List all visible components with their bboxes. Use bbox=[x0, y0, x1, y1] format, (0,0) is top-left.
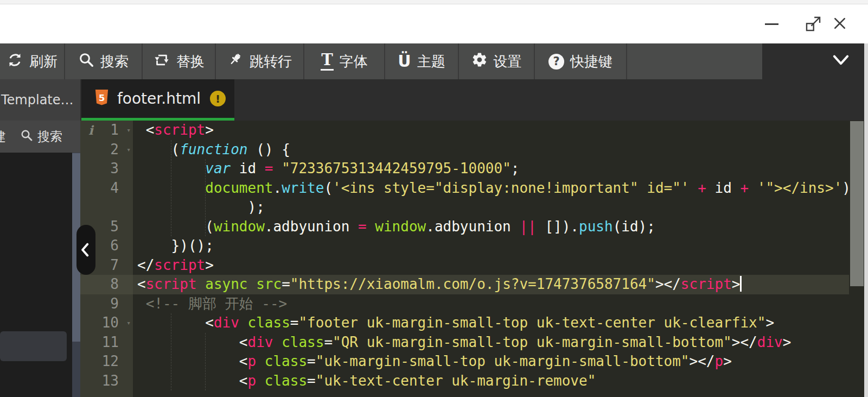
code-editor[interactable]: 1i▾ <script>2▾ (function () {3 var id = … bbox=[80, 121, 868, 397]
code-line-6: 6 })(); bbox=[80, 236, 849, 256]
shortcuts-button[interactable]: ? 快捷键 bbox=[535, 43, 627, 79]
template-label: Template… bbox=[1, 92, 74, 108]
tab-title: footer.html bbox=[117, 90, 201, 108]
code-text[interactable]: <script async src="https://xiaomalm.com/… bbox=[133, 275, 849, 294]
code-text[interactable]: <div class="QR uk-margin-small-top uk-ma… bbox=[133, 333, 849, 352]
code-text[interactable]: })(); bbox=[133, 236, 849, 256]
fold-arrow-icon[interactable]: ▾ bbox=[126, 313, 131, 333]
indent-guide bbox=[171, 140, 171, 237]
goto-line-button[interactable]: 跳转行 bbox=[216, 43, 304, 79]
code-line-5: 5 (window.adbyunion = window.adbyunion |… bbox=[80, 217, 849, 237]
close-icon[interactable] bbox=[832, 15, 848, 34]
font-button[interactable]: T 字体 bbox=[304, 43, 385, 79]
gear-icon bbox=[471, 52, 488, 71]
code-line-9: 9 <!-- 脚部 开始 --> bbox=[80, 294, 849, 314]
code-line-4: 4 document.write('<ins style="display:no… bbox=[80, 179, 849, 198]
code-text[interactable]: document.write('<ins style="display:none… bbox=[133, 179, 849, 198]
code-rows: 1i▾ <script>2▾ (function () {3 var id = … bbox=[80, 121, 849, 390]
lint-info-icon: i bbox=[88, 121, 93, 140]
refresh-icon bbox=[7, 52, 23, 72]
line-number: 9 bbox=[80, 294, 133, 314]
file-tree-panel[interactable] bbox=[0, 153, 72, 397]
editor-scrollbar-thumb[interactable] bbox=[850, 121, 864, 286]
replace-label: 替换 bbox=[176, 52, 205, 71]
code-line-12: 12 <p class="uk-margin-small-top uk-marg… bbox=[80, 352, 849, 371]
editor-toolbar: 刷新 搜索 替换 bbox=[0, 43, 868, 79]
svg-text:5: 5 bbox=[99, 93, 105, 103]
search-button[interactable]: 搜索 bbox=[65, 43, 143, 79]
code-line-13: 13 <p class="uk-text-center uk-margin-re… bbox=[80, 371, 849, 391]
sidebar-new-button[interactable]: 建 bbox=[0, 128, 6, 145]
sidebar-header-template[interactable]: Template… bbox=[0, 79, 80, 121]
code-text[interactable]: ); bbox=[133, 198, 849, 217]
fold-arrow-icon[interactable]: ▾ bbox=[126, 140, 131, 160]
settings-button[interactable]: 设置 bbox=[459, 43, 535, 79]
line-number: 1i▾ bbox=[80, 121, 133, 140]
code-line-8: 8<script async src="https://xiaomalm.com… bbox=[80, 275, 849, 294]
chevron-down-icon bbox=[832, 54, 850, 68]
code-text[interactable]: <p class="uk-text-center uk-margin-remov… bbox=[133, 371, 849, 391]
warning-icon: ! bbox=[210, 91, 226, 106]
line-number: 10▾ bbox=[80, 313, 133, 333]
line-number: 2▾ bbox=[80, 140, 133, 160]
goto-line-label: 跳转行 bbox=[250, 52, 292, 71]
sidebar-collapse-handle[interactable] bbox=[76, 225, 95, 275]
code-text[interactable]: </script> bbox=[133, 256, 849, 275]
line-number: 3 bbox=[80, 159, 133, 179]
code-text[interactable]: <!-- 脚部 开始 --> bbox=[133, 294, 849, 314]
pin-icon bbox=[227, 52, 244, 71]
shortcuts-label: 快捷键 bbox=[570, 52, 612, 71]
fold-arrow-icon[interactable]: ▾ bbox=[126, 121, 131, 140]
tab-footer-html[interactable]: 5 footer.html ! bbox=[81, 79, 234, 118]
code-line-7: 7</script> bbox=[80, 256, 849, 275]
sidebar-search-label: 搜索 bbox=[37, 128, 62, 145]
file-tree-item[interactable] bbox=[0, 331, 67, 361]
page-scrollbar-track[interactable] bbox=[864, 43, 868, 397]
code-text[interactable]: <div class="footer uk-margin-small-top u… bbox=[133, 313, 849, 333]
line-number: 8 bbox=[80, 275, 133, 294]
indent-guide bbox=[205, 159, 206, 236]
line-number: 13 bbox=[80, 371, 133, 391]
theme-icon: Ü bbox=[398, 53, 411, 70]
code-line-2: 2▾ (function () { bbox=[80, 140, 849, 160]
code-line-1: 1i▾ <script> bbox=[80, 121, 849, 140]
theme-button[interactable]: Ü 主题 bbox=[385, 43, 459, 79]
maximize-icon[interactable] bbox=[803, 15, 823, 35]
minimize-icon[interactable] bbox=[765, 23, 778, 25]
sidebar-action-row: 建 搜索 bbox=[0, 121, 80, 153]
line-number: 11 bbox=[80, 333, 133, 352]
indent-guide bbox=[171, 313, 171, 390]
sidebar-scrollbar[interactable] bbox=[72, 153, 80, 397]
text-cursor bbox=[740, 276, 742, 292]
toolbar-collapse-button[interactable] bbox=[762, 43, 864, 79]
font-label: 字体 bbox=[340, 52, 368, 71]
tab-bar: Template… 5 footer.html ! bbox=[0, 79, 868, 121]
search-icon bbox=[78, 52, 94, 71]
titlebar bbox=[0, 0, 868, 43]
code-line-10: 10▾ <div class="footer uk-margin-small-t… bbox=[80, 313, 849, 333]
code-text[interactable]: <p class="uk-margin-small-top uk-margin-… bbox=[133, 352, 849, 371]
code-text[interactable]: var id = "7233675313442459795-10000"; bbox=[133, 159, 849, 179]
code-text[interactable]: (window.adbyunion = window.adbyunion || … bbox=[133, 217, 849, 237]
chevron-left-icon bbox=[80, 243, 89, 257]
html5-icon: 5 bbox=[94, 89, 109, 108]
code-line-3: 3 var id = "7233675313442459795-10000"; bbox=[80, 159, 849, 179]
indent-guide bbox=[205, 333, 206, 391]
window-top-strip bbox=[0, 0, 868, 4]
refresh-label: 刷新 bbox=[29, 52, 58, 71]
search-label: 搜索 bbox=[100, 52, 129, 71]
code-text[interactable]: <script> bbox=[133, 121, 849, 140]
replace-icon bbox=[153, 52, 170, 71]
sidebar-search-button[interactable]: 搜索 bbox=[20, 128, 62, 145]
line-number: 12 bbox=[80, 352, 133, 371]
code-text[interactable]: (function () { bbox=[133, 140, 849, 160]
search-icon bbox=[20, 129, 33, 144]
code-line-11: 11 <div class="QR uk-margin-small-top uk… bbox=[80, 333, 849, 352]
refresh-button[interactable]: 刷新 bbox=[0, 43, 65, 79]
settings-label: 设置 bbox=[494, 52, 522, 71]
line-number bbox=[80, 198, 133, 217]
line-number: 4 bbox=[80, 179, 133, 198]
theme-label: 主题 bbox=[417, 52, 445, 71]
font-icon: T bbox=[321, 52, 334, 71]
replace-button[interactable]: 替换 bbox=[143, 43, 216, 79]
